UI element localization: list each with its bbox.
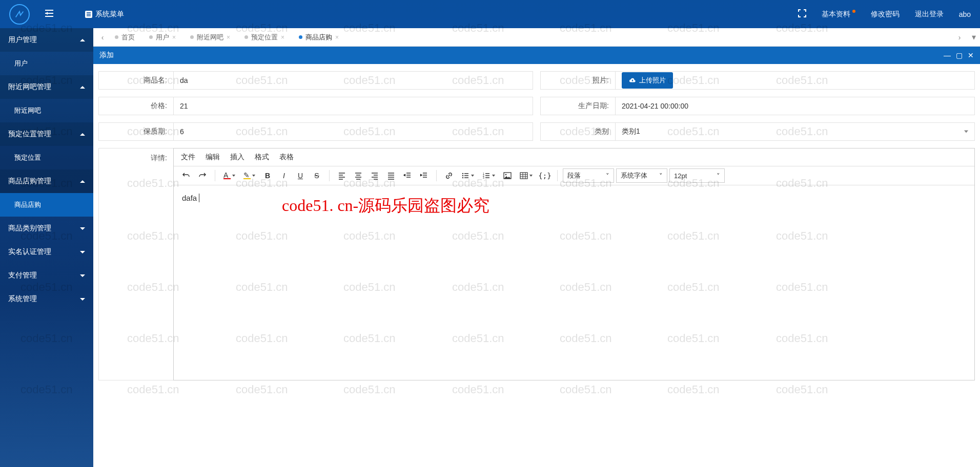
menu-icon [85,11,92,18]
underline-button[interactable]: U [293,168,308,183]
undo-icon [182,172,190,180]
shelf-input[interactable] [174,123,533,140]
number-list-button[interactable]: 123 [479,168,498,183]
photo-label: 照片: [541,72,616,89]
chevron-up-icon [80,133,85,136]
fullscreen-button[interactable] [798,9,806,19]
close-icon[interactable]: × [172,34,176,41]
align-center-icon [354,172,362,180]
font-size-select[interactable]: 12pt˅ [669,168,725,183]
category-label: 类别 [541,123,616,140]
bold-button[interactable]: B [260,168,275,183]
maximize-button[interactable]: ▢ [956,51,963,59]
category-select[interactable] [616,123,974,140]
nav-group-users[interactable]: 用户管理 [0,28,93,52]
tab-scroll-left[interactable]: ‹ [97,33,108,41]
tab-more[interactable]: ▾ [972,32,976,42]
svg-text:3: 3 [483,176,484,179]
outdent-button[interactable] [400,168,415,183]
close-button[interactable]: ✕ [968,51,974,59]
chevron-down-icon [964,131,968,133]
chevron-down-icon [232,175,235,177]
link-icon [445,172,453,180]
tab-user[interactable]: 用户× [142,28,183,46]
menu-table[interactable]: 表格 [279,153,294,162]
price-input[interactable] [174,97,533,115]
minimize-button[interactable]: — [944,51,951,59]
logo-icon [14,9,25,20]
link-button[interactable] [442,168,456,183]
tab-netbar[interactable]: 附近网吧× [183,28,237,46]
svg-point-4 [462,173,463,174]
nav-item-netbar[interactable]: 附近网吧 [0,99,93,122]
nav-group-payment[interactable]: 支付管理 [0,264,93,287]
block-format-select[interactable]: 段落˅ [563,168,614,183]
editor-menubar: 文件 编辑 插入 格式 表格 [174,148,974,166]
shelf-label: 保质期: [99,123,174,140]
menu-insert[interactable]: 插入 [230,153,244,162]
font-family-select[interactable]: 系统字体˅ [616,168,667,183]
nav-group-system[interactable]: 系统管理 [0,287,93,311]
close-icon[interactable]: × [227,34,230,41]
nav-item-booking[interactable]: 预定位置 [0,146,93,169]
redo-icon [198,172,207,180]
table-button[interactable] [517,168,536,183]
svg-rect-12 [520,173,527,179]
redo-button[interactable] [195,168,210,183]
bullet-icon [149,35,153,39]
system-menu-label: 系统菜单 [95,10,124,19]
profile-link[interactable]: 基本资料 [822,10,855,19]
logout-link[interactable]: 退出登录 [915,10,944,19]
nav-item-shop[interactable]: 商品店购 [0,193,93,217]
tab-booking[interactable]: 预定位置× [237,28,292,46]
italic-button[interactable]: I [277,168,291,183]
change-password-link[interactable]: 修改密码 [871,10,900,19]
main-area: ‹ 首页 用户× 附近网吧× 预定位置× 商品店购× › ▾ 添加 — ▢ ✕ … [93,28,980,467]
editor-content[interactable]: dafa [174,185,974,380]
strike-button[interactable]: S [310,168,324,183]
nav-group-shop[interactable]: 商品店购管理 [0,169,93,193]
code-button[interactable]: {;} [538,168,552,183]
date-input[interactable] [616,97,974,115]
close-icon[interactable]: × [335,34,339,41]
close-icon[interactable]: × [281,34,284,41]
chevron-down-icon [471,175,474,177]
svg-rect-2 [87,14,91,15]
align-center-button[interactable] [351,168,365,183]
tab-home[interactable]: 首页 [108,28,142,46]
svg-point-11 [505,174,507,176]
highlight-button[interactable]: ✎ [240,168,258,183]
sidebar: 用户管理 用户 附近网吧管理 附近网吧 预定位置管理 预定位置 商品店购管理 商… [0,28,93,467]
name-input[interactable] [174,72,533,89]
chevron-up-icon [80,39,85,41]
upload-photo-button[interactable]: 上传照片 [622,72,673,89]
username[interactable]: abo [959,10,971,18]
tab-bar: ‹ 首页 用户× 附近网吧× 预定位置× 商品店购× › ▾ [93,28,980,47]
text-color-button[interactable]: A [220,168,238,183]
tab-scroll-right[interactable]: › [954,33,965,41]
nav-group-booking[interactable]: 预定位置管理 [0,122,93,146]
undo-button[interactable] [179,168,193,183]
indent-button[interactable] [417,168,431,183]
menu-format[interactable]: 格式 [255,153,269,162]
align-right-button[interactable] [368,168,382,183]
align-left-button[interactable] [335,168,349,183]
sidebar-toggle[interactable] [45,10,53,19]
bullet-icon [190,35,194,39]
align-justify-button[interactable] [384,168,398,183]
nav-item-user[interactable]: 用户 [0,52,93,75]
chevron-down-icon [80,227,85,230]
nav-group-realname[interactable]: 实名认证管理 [0,240,93,264]
price-label: 价格: [99,97,174,115]
tab-shop[interactable]: 商品店购× [292,28,346,46]
svg-point-5 [462,175,463,176]
nav-group-category[interactable]: 商品类别管理 [0,217,93,240]
menu-file[interactable]: 文件 [181,153,195,162]
name-label: 商品名: [99,72,174,89]
fullscreen-icon [798,9,806,17]
bullet-list-button[interactable] [458,168,477,183]
menu-edit[interactable]: 编辑 [206,153,220,162]
image-button[interactable] [500,168,515,183]
system-menu[interactable]: 系统菜单 [85,10,124,19]
nav-group-netbar[interactable]: 附近网吧管理 [0,75,93,99]
